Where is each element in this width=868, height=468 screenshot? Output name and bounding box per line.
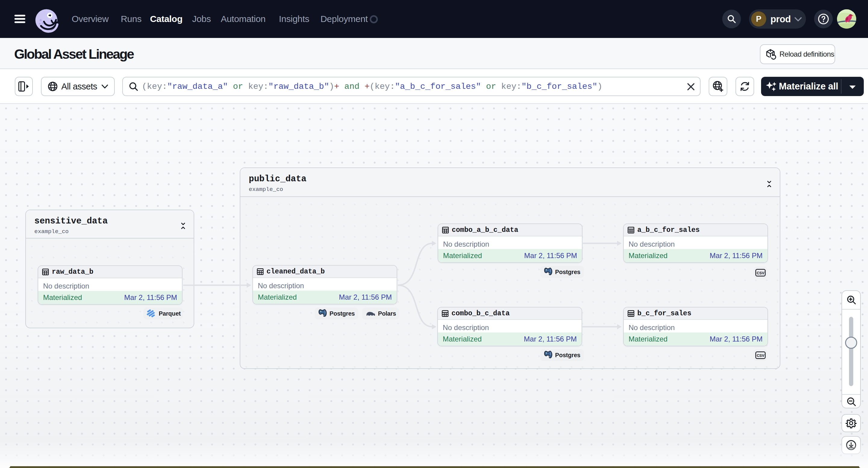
svg-text:CSV: CSV bbox=[756, 271, 765, 275]
svg-text:CSV: CSV bbox=[756, 353, 765, 357]
